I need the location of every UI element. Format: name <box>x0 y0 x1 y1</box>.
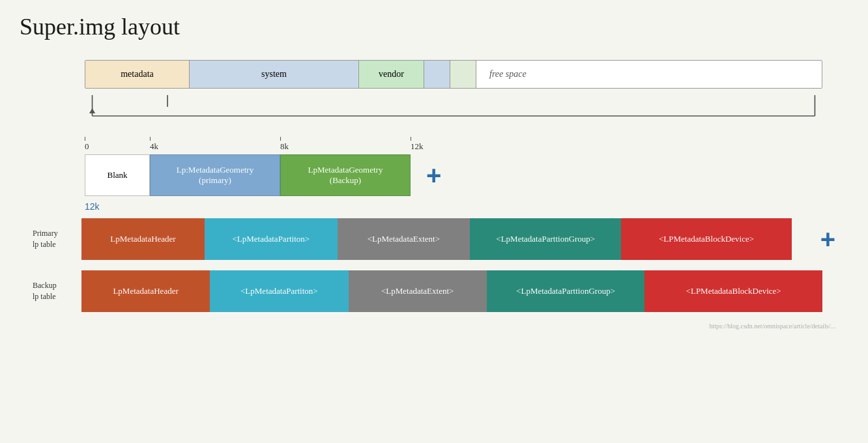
ruler-12k: 12k <box>411 141 424 152</box>
segment-small1 <box>424 61 450 88</box>
primary-lp-partiton: <LpMetadataPartiton> <box>205 218 338 260</box>
segment-system: system <box>190 61 359 88</box>
backup-lp-row: LpMetadataHeader <LpMetadataPartiton> <L… <box>81 270 822 312</box>
primary-lp-header: LpMetadataHeader <box>81 218 205 260</box>
segment-small2 <box>450 61 476 88</box>
primary-lp-row: LpMetadataHeader <LpMetadataPartiton> <L… <box>81 218 792 260</box>
backup-lp-partiton: <LpMetadataPartiton> <box>210 270 348 312</box>
plus-icon-meta: + <box>426 162 441 188</box>
label-12k: 12k <box>85 201 835 212</box>
backup-lp-row-wrapper: Backuplp table LpMetadataHeader <LpMetad… <box>33 270 835 312</box>
backup-lp-group: <LpMetadataParttionGroup> <box>487 270 645 312</box>
watermark: https://blog.csdn.net/omnispace/article/… <box>33 322 835 330</box>
segment-metadata: metadata <box>85 61 190 88</box>
meta-geometry-primary: Lp:MetadataGeometry(primary) <box>150 154 280 196</box>
top-bar: metadata system vendor free space <box>85 60 822 89</box>
primary-lp-row-wrapper: Primarylp table LpMetadataHeader <LpMeta… <box>33 218 835 260</box>
diagram-container: metadata system vendor free space 0 <box>20 53 848 336</box>
backup-lp-header: LpMetadataHeader <box>81 270 210 312</box>
meta-blank: Blank <box>85 154 150 196</box>
backup-lp-block: <LPMetadataBlockDevice> <box>644 270 822 312</box>
top-bar-wrapper: metadata system vendor free space <box>33 60 835 89</box>
ruler-row: 0 4k 8k 12k <box>85 137 822 152</box>
bracket-section <box>85 95 822 130</box>
meta-expanded-bar: Blank Lp:MetadataGeometry(primary) LpMet… <box>85 154 835 196</box>
primary-lp-label: Primarylp table <box>33 228 81 250</box>
ruler-8k: 8k <box>280 141 289 152</box>
bracket-svg <box>85 95 822 128</box>
ruler-4k: 4k <box>150 141 158 152</box>
meta-geometry-backup: LpMetadataGeometry(Backup) <box>280 154 411 196</box>
segment-free: free space <box>476 61 822 88</box>
segment-vendor: vendor <box>359 61 424 88</box>
page-title: Super.img layout <box>20 13 848 40</box>
primary-lp-block: <LPMetadataBlockDevice> <box>621 218 791 260</box>
primary-lp-extent: <LpMetadataExtent> <box>338 218 470 260</box>
plus-icon-primary: + <box>820 226 835 252</box>
backup-lp-label: Backuplp table <box>33 280 81 302</box>
ruler-0: 0 <box>85 141 89 152</box>
primary-lp-group: <LpMetadataParttionGroup> <box>470 218 621 260</box>
backup-lp-extent: <LpMetadataExtent> <box>349 270 487 312</box>
